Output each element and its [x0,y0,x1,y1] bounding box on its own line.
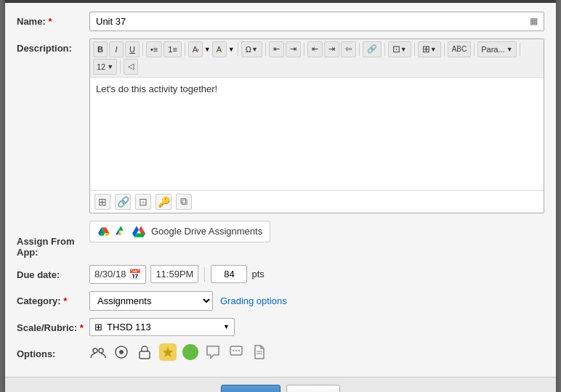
editor-area: B I U •≡ 1≡ A ▼ A [89,38,544,213]
document-icon[interactable] [251,343,268,361]
description-row: Description: B I U •≡ 1≡ [17,38,544,213]
options-area [89,343,544,361]
bullets-button[interactable]: •≡ [146,41,162,57]
sep4 [265,43,266,56]
due-date-control: 8/30/18 📅 11:59PM pts [89,265,544,284]
editor-image-icon[interactable]: ⊡ [135,194,151,210]
align-left-button[interactable]: ⇤ [307,41,323,57]
image-button[interactable]: ⊡▼ [388,41,411,57]
svg-marker-6 [163,347,173,357]
category-select[interactable]: Assignments Quizzes Tests [89,291,213,311]
modal-body: Name: * ▦ Description: B [5,3,556,377]
scale-rubric-control: ⊞ THSD 113 ▼ [89,318,544,336]
editor-key-icon[interactable]: 🔑 [156,194,171,210]
editor-toolbar: B I U •≡ 1≡ A ▼ A [90,39,544,78]
scale-select[interactable]: ⊞ THSD 113 ▼ [89,318,235,336]
sep12 [120,60,121,73]
gdrive-icon [115,225,128,238]
bold-button[interactable]: B [93,41,108,57]
category-control: Assignments Quizzes Tests Grading option… [89,291,544,311]
category-label: Category: * [17,291,89,306]
scale-rubric-row: Scale/Rubric: * ⊞ THSD 113 ▼ [17,318,544,336]
assign-from-label: Assign From App: [17,221,89,258]
editor-link-icon[interactable]: 🔗 [115,194,131,210]
category-row: Category: * Assignments Quizzes Tests Gr… [17,291,544,311]
sep5 [304,43,304,56]
due-time-input[interactable]: 11:59PM [150,265,198,283]
svg-point-2 [99,348,103,353]
indent-left-button[interactable]: ⇤ [269,41,284,57]
due-date-area: 8/30/18 📅 11:59PM pts [89,265,544,284]
scale-icon: ⊞ [94,322,102,332]
gdrive-color-icon [132,225,145,238]
link-button[interactable]: 🔗 [363,41,382,57]
due-date-label: Due date: [17,265,89,280]
modal-footer: Create Cancel [5,377,556,393]
italic-button[interactable]: I [109,41,124,57]
due-date-input[interactable]: 8/30/18 📅 [89,265,146,284]
paragraph-dropdown[interactable]: Para... ▼ [477,41,516,57]
calendar-icon: 📅 [129,269,141,280]
sep2 [185,43,185,56]
table-button[interactable]: ⊞▼ [418,41,441,57]
expand-button[interactable]: ◁ [124,59,138,75]
description-label: Description: [17,38,89,54]
sep1 [142,43,143,56]
editor-table-icon[interactable]: ⊞ [94,194,110,210]
underline-button[interactable]: U [125,41,140,57]
name-row: Name: * ▦ [17,12,544,31]
indent-right-button[interactable]: ⇥ [286,41,301,57]
speech-bubble-icon[interactable] [204,343,222,361]
svg-rect-5 [140,351,150,359]
lock-icon[interactable] [136,343,153,361]
font-color-chevron[interactable]: ▼ [204,46,211,53]
align-center-button[interactable]: ⇥ [324,41,339,57]
scale-rubric-label: Scale/Rubric: * [17,318,89,333]
svg-point-4 [119,350,124,354]
options-label: Options: [17,344,89,359]
sep10 [474,43,475,56]
svg-point-8 [233,350,234,351]
badge-icon[interactable] [159,343,177,361]
align-right-button[interactable]: ⇦ [341,41,356,57]
sep8 [414,43,415,56]
grading-options-link[interactable]: Grading options [220,295,287,306]
options-row: Options: [17,343,544,361]
gdrive-assign-button[interactable]: Google Drive Assignments [89,221,270,242]
gdrive-icon [97,225,110,238]
modal-overlay: Create Assignment × Name: * ▦ [0,0,561,392]
sep-pts [204,267,205,282]
create-button[interactable]: Create [221,385,280,393]
highlight-chevron[interactable]: ▼ [228,46,235,53]
green-circle-icon[interactable] [182,344,198,360]
create-assignment-modal: Create Assignment × Name: * ▦ [4,0,557,392]
comment-icon[interactable] [227,343,245,361]
sep9 [444,43,445,56]
editor-footer: ⊞ 🔗 ⊡ 🔑 ⧉ [90,190,544,213]
editor-embed-icon[interactable]: ⧉ [176,194,192,210]
name-input[interactable] [96,16,530,27]
svg-point-10 [238,350,240,351]
options-control [89,343,544,361]
sep7 [384,43,385,56]
radio-icon[interactable] [113,343,130,361]
assign-from-app-row: Assign From App: [17,221,544,258]
svg-point-9 [235,350,237,351]
spellcheck-button[interactable]: ABC [448,41,472,57]
pts-label: pts [251,269,264,279]
scale-chevron: ▼ [223,323,230,330]
pts-input[interactable] [211,265,247,283]
name-label: Name: * [17,12,89,27]
cancel-button[interactable]: Cancel [286,385,340,393]
fontsize-dropdown[interactable]: 12 ▼ [93,59,117,75]
editor-container: B I U •≡ 1≡ A ▼ A [89,38,544,213]
editor-content[interactable]: Let's do this activity together! [90,78,544,190]
special-char-button[interactable]: Ω▼ [241,41,262,57]
font-color-button[interactable]: A [188,41,203,57]
numbered-button[interactable]: 1≡ [164,41,182,57]
svg-point-1 [93,348,97,353]
group-icon[interactable] [89,343,107,361]
due-date-row: Due date: 8/30/18 📅 11:59PM pts [17,265,544,284]
highlight-button[interactable]: A [212,41,227,57]
assign-from-control: Google Drive Assignments [89,221,544,242]
